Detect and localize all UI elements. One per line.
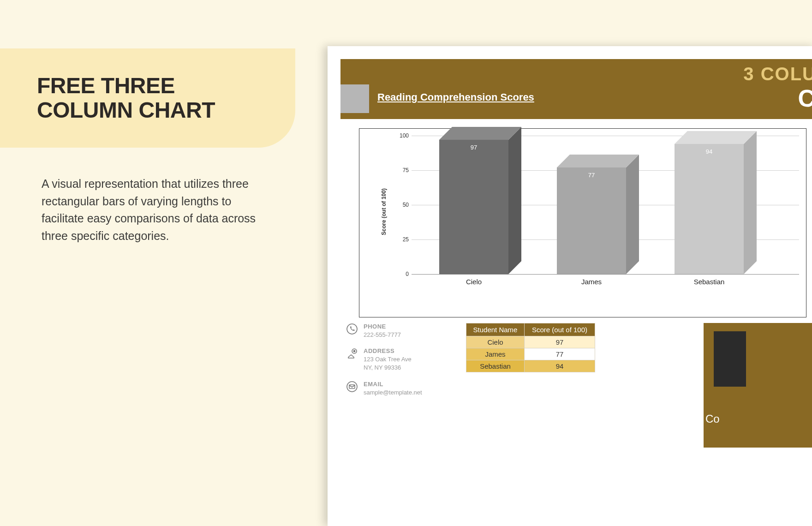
table-col-score: Score (out of 100) [525,323,595,336]
phone-value: 222-555-7777 [364,331,401,339]
table-col-name: Student Name [466,323,525,336]
bar-value-label: 94 [675,148,744,155]
table-cell-name: Sebastian [466,360,525,372]
header-accent-square [340,84,369,113]
description-text: A visual representation that utilizes th… [42,175,272,245]
address-line1: 123 Oak Tree Ave [364,355,412,364]
email-label: EMAIL [364,381,422,388]
title-line2: COLUMN CHART [37,98,215,122]
address-icon [346,347,358,359]
y-tick-label: 75 [394,167,409,173]
x-category-label: Sebastian [668,278,751,286]
document-preview: Reading Comprehension Scores 3 COLU C Sc… [328,46,812,526]
email-icon [346,381,358,393]
x-category-label: James [550,278,633,286]
chart-area: Score (out of 100) 0255075100 977794 Cie… [359,128,806,317]
data-table: Student Name Score (out of 100) Cielo 97… [466,323,595,372]
header-big-title: 3 COLU C [743,64,812,112]
table-row: James 77 [466,348,595,360]
title-line1: FREE THREE [37,73,175,98]
page-title: FREE THREE COLUMN CHART [37,74,215,123]
bar-value-label: 97 [439,144,508,151]
document-header: Reading Comprehension Scores 3 COLU C [340,59,812,119]
x-category-label: Cielo [432,278,515,286]
contact-block: PHONE 222-555-7777 ADDRESS 123 Oak Tree … [346,323,457,405]
y-tick-label: 25 [394,236,409,243]
y-tick-label: 50 [394,202,409,208]
header-big-line1: 3 COLU [743,64,812,84]
table-cell-score: 94 [525,360,595,372]
svg-rect-4 [349,385,355,389]
y-tick-label: 0 [394,271,409,277]
table-cell-score: 97 [525,336,595,348]
address-line2: NY, NY 99336 [364,364,412,372]
table-row: Cielo 97 [466,336,595,348]
svg-point-3 [347,382,357,392]
address-label: ADDRESS [364,347,412,354]
y-tick-label: 100 [394,132,409,139]
y-axis-label: Score (out of 100) [381,188,387,235]
table-cell-name: James [466,348,525,360]
gridline [412,274,799,275]
svg-point-0 [347,324,357,334]
table-row: Sebastian 94 [466,360,595,372]
table-cell-score: 77 [525,348,595,360]
svg-point-2 [353,351,355,352]
side-panel-caption: Co [704,412,812,425]
phone-icon [346,323,358,335]
bar-value-label: 77 [557,172,626,179]
header-big-line2: C [743,84,812,112]
title-panel: FREE THREE COLUMN CHART [0,48,295,148]
phone-label: PHONE [364,323,401,330]
side-panel: Co [704,323,812,448]
side-panel-box [714,331,746,387]
chart-subtitle: Reading Comprehension Scores [377,91,534,103]
table-cell-name: Cielo [466,336,525,348]
chart-plot: Score (out of 100) 0255075100 977794 Cie… [394,136,800,288]
email-value: sample@template.net [364,389,422,397]
